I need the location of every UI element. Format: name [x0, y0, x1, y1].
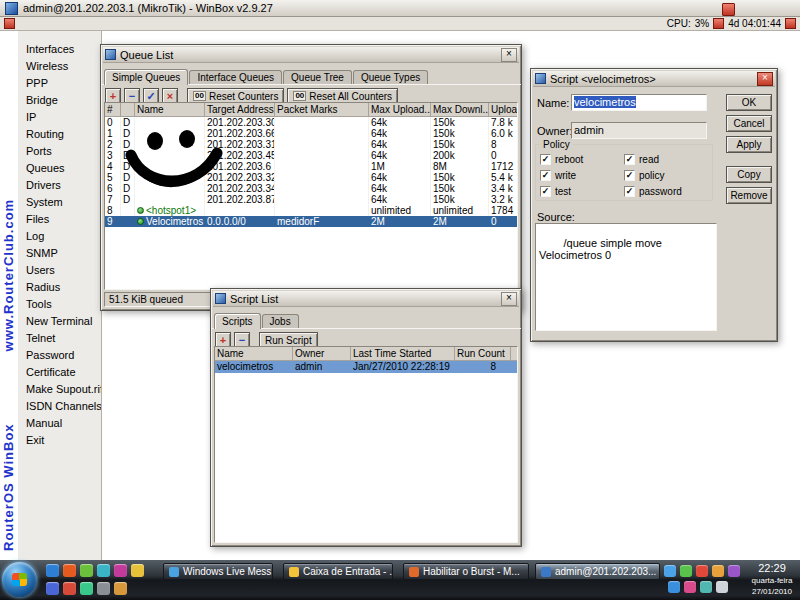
quicklaunch-icon-b5[interactable] [114, 582, 127, 595]
start-button[interactable] [2, 562, 37, 597]
taskbar-task-admin-201-202-203[interactable]: admin@201.202.203... [535, 563, 660, 580]
cpu-graph-icon[interactable] [713, 18, 724, 29]
checkbox-icon[interactable] [540, 170, 551, 181]
sidebar-item-queues[interactable]: Queues [18, 160, 101, 177]
tray-icon-b2[interactable] [684, 581, 696, 593]
sidebar-item-password[interactable]: Password [18, 347, 101, 364]
tray-icon-1[interactable] [664, 565, 676, 577]
script-list-titlebar[interactable]: Script List [213, 291, 519, 307]
table-row[interactable]: velocimetrosadminJan/27/2010 22:28:198 [215, 361, 517, 373]
quicklaunch-icon-2[interactable] [63, 564, 76, 577]
quicklaunch-icon-1[interactable] [46, 564, 59, 577]
table-row[interactable]: 7D201.202.203.8764k150k3.2 k [105, 194, 517, 205]
copy-button[interactable]: Copy [726, 166, 772, 183]
column-header-col-owner[interactable]: Owner [293, 347, 351, 360]
table-row[interactable]: 0D201.202.203.3064k150k7.8 k [105, 117, 517, 128]
table-row[interactable]: 9Velocimetros0.0.0.0/0medidorF2M2M0 [105, 216, 517, 227]
checkbox-icon[interactable] [624, 154, 635, 165]
tray-icon-b1[interactable] [668, 581, 680, 593]
tab-interface-queues[interactable]: Interface Queues [189, 70, 282, 84]
taskbar-task-windows-live-mess[interactable]: Windows Live Mess... [163, 563, 273, 580]
sidebar-item-drivers[interactable]: Drivers [18, 177, 101, 194]
table-row[interactable]: 5D201.202.203.3264k150k5.4 k [105, 172, 517, 183]
column-header-col-max-upload[interactable]: Max Upload... [369, 103, 431, 116]
column-header-col-target-address[interactable]: Target Address [205, 103, 275, 116]
uptime-icon[interactable] [785, 18, 796, 29]
column-header-col-run-count[interactable]: Run Count [455, 347, 511, 360]
tray-icon-b3[interactable] [700, 581, 712, 593]
table-row[interactable]: 2D201.202.203.3164k150k8 [105, 139, 517, 150]
column-header-col-upload-rate[interactable]: Upload R... [489, 103, 518, 116]
tray-icon-b4[interactable] [716, 581, 728, 593]
queue-list-titlebar[interactable]: Queue List [103, 47, 519, 63]
quicklaunch-icon-4[interactable] [97, 564, 110, 577]
quicklaunch-icon-3[interactable] [80, 564, 93, 577]
script-dialog-titlebar[interactable]: Script <velocimetros> [533, 71, 775, 87]
sidebar-item-wireless[interactable]: Wireless [18, 58, 101, 75]
sidebar-item-ppp[interactable]: PPP [18, 75, 101, 92]
table-row[interactable]: 3D201.202.203.4564k200k0 [105, 150, 517, 161]
column-header-col-packet-marks[interactable]: Packet Marks [275, 103, 369, 116]
checkbox-icon[interactable] [540, 186, 551, 197]
sidebar-item-system[interactable]: System [18, 194, 101, 211]
quicklaunch-icon-6[interactable] [131, 564, 144, 577]
minimize-icon[interactable] [722, 3, 735, 16]
column-header-col-name[interactable]: Name [135, 103, 205, 116]
quicklaunch-icon-5[interactable] [114, 564, 127, 577]
column-header-col-flags[interactable] [121, 103, 135, 116]
sidebar-item-exit[interactable]: Exit [18, 432, 101, 449]
tab-simple-queues[interactable]: Simple Queues [104, 69, 188, 85]
quicklaunch-icon-b2[interactable] [63, 582, 76, 595]
column-header-col-last-time-started[interactable]: Last Time Started [351, 347, 455, 360]
quicklaunch-icon-b1[interactable] [46, 582, 59, 595]
taskbar-task-caixa-de-entrada[interactable]: Caixa de Entrada - ... [283, 563, 393, 580]
taskbar-task-habilitar-o-burst-m[interactable]: Habilitar o Burst - M... [403, 563, 529, 580]
checkbox-icon[interactable] [624, 170, 635, 181]
sidebar-item-bridge[interactable]: Bridge [18, 92, 101, 109]
table-row[interactable]: 8<hotspot1>unlimitedunlimited1784 [105, 205, 517, 216]
close-icon[interactable] [757, 72, 773, 86]
table-row[interactable]: 4D201.202.203.61M8M1712 [105, 161, 517, 172]
tab-queue-types[interactable]: Queue Types [353, 70, 428, 84]
checkbox-icon[interactable] [624, 186, 635, 197]
policy-checkbox-reboot[interactable]: reboot [540, 154, 622, 165]
sidebar-item-log[interactable]: Log [18, 228, 101, 245]
name-input[interactable]: velocimetros [571, 94, 707, 111]
tab-queue-tree[interactable]: Queue Tree [283, 70, 352, 84]
tray-icon-2[interactable] [680, 565, 692, 577]
sidebar-item-certificate[interactable]: Certificate [18, 364, 101, 381]
sidebar-item-snmp[interactable]: SNMP [18, 245, 101, 262]
sidebar-item-routing[interactable]: Routing [18, 126, 101, 143]
tab-jobs[interactable]: Jobs [262, 314, 299, 328]
column-header-col-max-download[interactable]: Max Downl... [431, 103, 489, 116]
sidebar-item-tools[interactable]: Tools [18, 296, 101, 313]
remove-button[interactable]: Remove [726, 187, 772, 204]
sidebar-item-isdn-channels[interactable]: ISDN Channels [18, 398, 101, 415]
table-row[interactable]: 6D201.202.203.3464k150k3.4 k [105, 183, 517, 194]
close-icon[interactable] [501, 48, 517, 62]
column-header-col-name[interactable]: Name [215, 347, 293, 360]
sidebar-item-ports[interactable]: Ports [18, 143, 101, 160]
sidebar-item-ip[interactable]: IP [18, 109, 101, 126]
source-textarea[interactable]: /queue simple move Velocimetros 0 [535, 223, 717, 331]
tray-icon-3[interactable] [696, 565, 708, 577]
quicklaunch-icon-b4[interactable] [97, 582, 110, 595]
sidebar-item-files[interactable]: Files [18, 211, 101, 228]
policy-checkbox-write[interactable]: write [540, 170, 622, 181]
tray-icon-5[interactable] [728, 565, 740, 577]
cancel-button[interactable]: Cancel [726, 115, 772, 132]
policy-checkbox-test[interactable]: test [540, 186, 622, 197]
apply-button[interactable]: Apply [726, 136, 772, 153]
close-icon[interactable] [501, 292, 517, 306]
policy-checkbox-read[interactable]: read [624, 154, 702, 165]
tray-icon-4[interactable] [712, 565, 724, 577]
policy-checkbox-policy[interactable]: policy [624, 170, 702, 181]
taskbar-clock[interactable]: 22:29 quarta-feira 27/01/2010 [745, 562, 799, 597]
ok-button[interactable]: OK [726, 94, 772, 111]
quicklaunch-icon-b3[interactable] [80, 582, 93, 595]
sidebar-item-manual[interactable]: Manual [18, 415, 101, 432]
sidebar-item-telnet[interactable]: Telnet [18, 330, 101, 347]
sidebar-item-interfaces[interactable]: Interfaces [18, 41, 101, 58]
sidebar-item-make-supout-rif[interactable]: Make Supout.rif [18, 381, 101, 398]
table-row[interactable]: 1D201.202.203.6664k150k6.0 k [105, 128, 517, 139]
